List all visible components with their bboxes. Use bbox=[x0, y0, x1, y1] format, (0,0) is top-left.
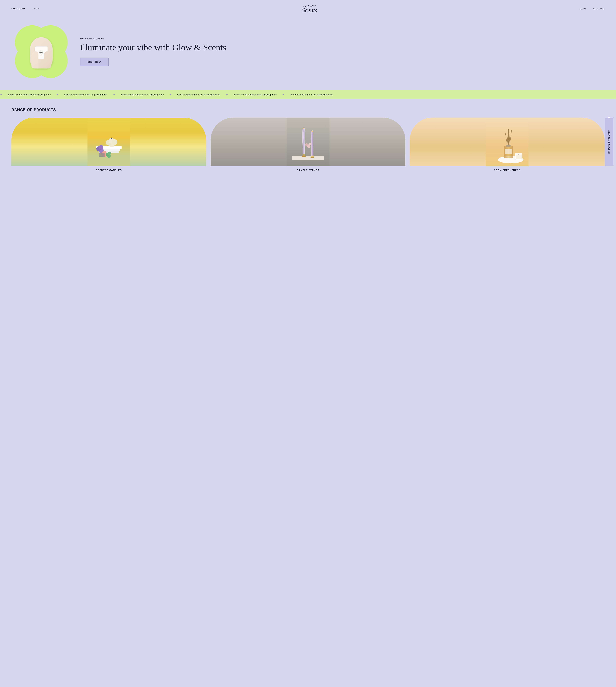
svg-rect-21 bbox=[99, 153, 105, 157]
candles-bg bbox=[12, 118, 206, 166]
svg-rect-44 bbox=[505, 149, 512, 154]
candle-visual: DON'T BURN OUT bbox=[28, 37, 54, 77]
logo-bottom: Scents bbox=[302, 7, 317, 13]
scented-candles-illustration bbox=[12, 118, 206, 166]
hero-headline: Illuminate your vibe with Glow & Scents bbox=[80, 43, 604, 52]
logo[interactable]: GlowAND Scents bbox=[302, 4, 317, 13]
nav-link-shop[interactable]: SHOP bbox=[32, 7, 39, 10]
svg-rect-52 bbox=[516, 155, 522, 159]
candle-stands-illustration bbox=[211, 118, 405, 166]
room-fresheners-illustration bbox=[410, 118, 604, 166]
nav-link-contact[interactable]: CONTACT bbox=[593, 7, 604, 10]
marquee-content: ✦ where scents come alive in glowing hue… bbox=[0, 93, 333, 96]
browse-products-label: BROWSE PRODUCTS bbox=[608, 130, 610, 154]
nav-link-faqs[interactable]: FAQs bbox=[580, 7, 586, 10]
svg-point-31 bbox=[304, 128, 304, 129]
products-grid: SCENTED CANDLES bbox=[12, 118, 604, 172]
hero-section: DON'T BURN OUT THE CANDLE CHARM Illumina… bbox=[0, 16, 616, 90]
product-card-room-fresheners[interactable]: ROOM FRESHENERS bbox=[410, 118, 604, 172]
marquee-text-2: where scents come alive in glowing hues bbox=[64, 93, 107, 96]
svg-rect-33 bbox=[311, 156, 314, 157]
candle-jar-text: DON'T BURN OUT bbox=[39, 50, 43, 55]
candle-illustration: DON'T BURN OUT bbox=[20, 26, 63, 77]
product-image-scented-candles bbox=[12, 118, 206, 166]
products-section: RANGE OF PRODUCTS bbox=[0, 99, 616, 183]
stands-bg bbox=[211, 118, 405, 166]
nav-link-our-story[interactable]: OUR STORY bbox=[12, 7, 25, 10]
marquee-text-3: where scents come alive in glowing hues bbox=[121, 93, 164, 96]
hero-content: THE CANDLE CHARM Illuminate your vibe wi… bbox=[80, 37, 604, 66]
browse-products-tab[interactable]: ✦ BROWSE PRODUCTS bbox=[604, 118, 613, 166]
marquee-star-1: ✦ bbox=[0, 93, 2, 96]
shop-now-button[interactable]: SHOP NOW bbox=[80, 58, 109, 66]
marquee-star-2: ✦ bbox=[57, 93, 59, 96]
section-title: RANGE OF PRODUCTS bbox=[12, 108, 604, 112]
marquee-star-5: ✦ bbox=[226, 93, 228, 96]
marquee-star-4: ✦ bbox=[169, 93, 172, 96]
product-card-scented-candles[interactable]: SCENTED CANDLES bbox=[12, 118, 206, 172]
hero-eyebrow: THE CANDLE CHARM bbox=[80, 37, 604, 40]
marquee-text-6: where scents come alive in glowing hues bbox=[290, 93, 333, 96]
svg-point-39 bbox=[305, 143, 308, 146]
marquee-text-1: where scents come alive in glowing hues bbox=[8, 93, 51, 96]
marquee-strip: ✦ where scents come alive in glowing hue… bbox=[0, 90, 616, 99]
marquee-star-3: ✦ bbox=[113, 93, 115, 96]
svg-point-14 bbox=[99, 145, 103, 150]
marquee-text-4: where scents come alive in glowing hues bbox=[177, 93, 220, 96]
browse-star-icon: ✦ bbox=[608, 116, 610, 120]
svg-point-11 bbox=[112, 139, 117, 145]
product-image-room-fresheners bbox=[410, 118, 604, 166]
product-image-candle-stands bbox=[211, 118, 405, 166]
svg-rect-27 bbox=[302, 155, 305, 155]
nav-right: FAQs CONTACT bbox=[580, 7, 604, 10]
marquee-star-6: ✦ bbox=[282, 93, 284, 96]
navigation: OUR STORY SHOP GlowAND Scents FAQs CONTA… bbox=[0, 0, 616, 16]
svg-rect-25 bbox=[292, 156, 324, 156]
candle-hands: DON'T BURN OUT bbox=[30, 37, 53, 69]
svg-rect-24 bbox=[292, 156, 324, 160]
svg-point-29 bbox=[302, 156, 306, 157]
svg-rect-32 bbox=[311, 156, 313, 156]
product-card-candle-stands[interactable]: CANDLE STANDS bbox=[211, 118, 405, 172]
svg-point-20 bbox=[107, 152, 111, 155]
fresheners-bg bbox=[410, 118, 604, 166]
product-label-room-fresheners: ROOM FRESHENERS bbox=[494, 169, 521, 172]
svg-rect-26 bbox=[303, 154, 305, 155]
product-label-scented-candles: SCENTED CANDLES bbox=[96, 169, 122, 172]
svg-point-37 bbox=[312, 131, 312, 132]
nav-left: OUR STORY SHOP bbox=[12, 7, 39, 10]
svg-point-35 bbox=[310, 157, 314, 158]
svg-point-40 bbox=[309, 143, 311, 145]
product-label-candle-stands: CANDLE STANDS bbox=[297, 169, 319, 172]
hero-image: DON'T BURN OUT bbox=[12, 22, 71, 82]
marquee-text-5: where scents come alive in glowing hues bbox=[234, 93, 277, 96]
